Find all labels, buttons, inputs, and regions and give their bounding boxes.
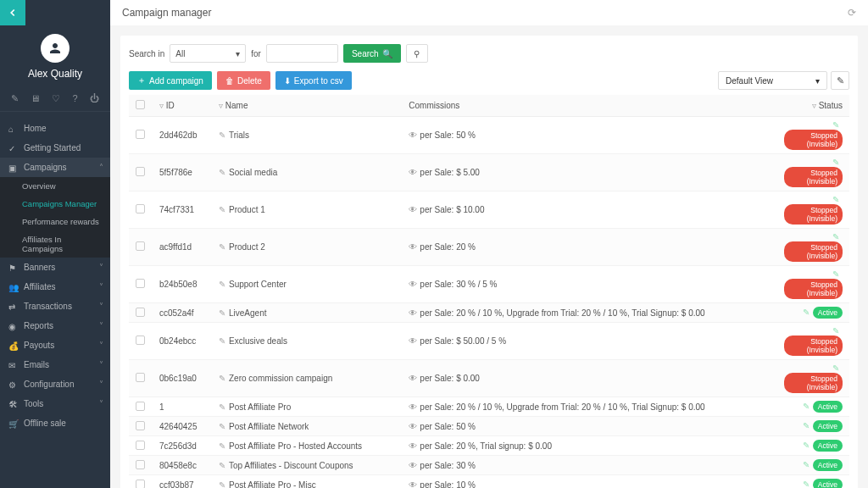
add-campaign-button[interactable]: ＋Add campaign <box>129 71 212 90</box>
pencil-icon[interactable]: ✎ <box>803 421 810 430</box>
pencil-icon[interactable]: ✎ <box>803 402 810 411</box>
view-select[interactable]: Default View▾ <box>718 71 827 90</box>
pencil-icon[interactable]: ✎ <box>803 308 810 317</box>
table-row[interactable]: cc052a4f✎LiveAgent👁per Sale: 20 % / 10 %… <box>129 303 849 323</box>
select-all-checkbox[interactable] <box>136 100 145 109</box>
row-checkbox[interactable] <box>136 130 145 139</box>
eye-icon: 👁 <box>409 280 417 289</box>
nav-item[interactable]: ⇄Transactions˅ <box>0 297 110 316</box>
row-checkbox[interactable] <box>136 308 145 317</box>
nav-subitem[interactable]: Overview <box>0 177 110 195</box>
cell-id: cc052a4f <box>153 303 212 323</box>
nav-item[interactable]: ✉Emails˅ <box>0 355 110 374</box>
pencil-icon[interactable]: ✎ <box>832 232 839 241</box>
help-icon[interactable]: ? <box>72 93 77 104</box>
table-row[interactable]: 0b6c19a0✎Zero commission campaign👁per Sa… <box>129 360 849 397</box>
desktop-icon[interactable]: 🖥 <box>31 93 40 104</box>
table-row[interactable]: 5f5f786e✎Social media👁per Sale: $ 5.00✎S… <box>129 154 849 191</box>
table-row[interactable]: 1✎Post Affiliate Pro👁per Sale: 20 % / 10… <box>129 397 849 417</box>
row-checkbox[interactable] <box>136 421 145 430</box>
nav-item[interactable]: ⚑Banners˅ <box>0 258 110 277</box>
row-checkbox[interactable] <box>136 402 145 411</box>
nav-item[interactable]: 🛠Tools˅ <box>0 394 110 413</box>
row-checkbox[interactable] <box>136 241 145 251</box>
table-row[interactable]: 0b24ebcc✎Exclusive deals👁per Sale: $ 50.… <box>129 323 849 360</box>
search-input[interactable] <box>266 44 338 63</box>
nav-item[interactable]: ▣Campaigns˄ <box>0 158 110 177</box>
cell-commissions: per Sale: 20 % <box>420 242 476 252</box>
search-button[interactable]: Search🔍 <box>343 44 401 63</box>
edit-view-button[interactable]: ✎ <box>831 71 849 90</box>
pencil-icon[interactable]: ✎ <box>219 280 225 289</box>
pencil-icon[interactable]: ✎ <box>219 374 225 383</box>
table-row[interactable]: 42640425✎Post Affiliate Network👁per Sale… <box>129 417 849 436</box>
page-title: Campaign manager <box>122 7 211 19</box>
avatar[interactable] <box>41 34 70 63</box>
pencil-icon[interactable]: ✎ <box>219 402 225 412</box>
table-row[interactable]: ccf03b87✎Post Affiliate Pro - Misc👁per S… <box>129 475 849 489</box>
nav-item[interactable]: ⚙Configuration˅ <box>0 374 110 394</box>
pencil-icon[interactable]: ✎ <box>219 242 225 252</box>
nav-icon: ✉ <box>8 361 17 369</box>
table-row[interactable]: 2dd462db✎Trials👁per Sale: 50 %✎Stopped (… <box>129 117 849 154</box>
edit-icon[interactable]: ✎ <box>11 93 19 104</box>
row-checkbox[interactable] <box>136 279 145 288</box>
row-checkbox[interactable] <box>136 480 145 489</box>
export-csv-button[interactable]: ⬇Export to csv <box>275 71 352 90</box>
pencil-icon[interactable]: ✎ <box>832 363 839 373</box>
refresh-icon[interactable]: ⟳ <box>848 7 856 19</box>
cell-name: Post Affiliate Pro - Hosted Accounts <box>229 441 362 451</box>
pencil-icon[interactable]: ✎ <box>803 460 810 469</box>
col-id[interactable]: ID <box>166 101 175 110</box>
row-checkbox[interactable] <box>136 373 145 382</box>
col-commissions[interactable]: Commissions <box>409 101 459 110</box>
row-checkbox[interactable] <box>136 204 145 214</box>
pencil-icon[interactable]: ✎ <box>219 168 225 177</box>
nav-item[interactable]: ◉Reports˅ <box>0 316 110 336</box>
nav-item[interactable]: ✓Getting Started <box>0 138 110 158</box>
nav-icon: 💰 <box>8 341 17 350</box>
nav-subitem[interactable]: Affiliates In Campaigns <box>0 230 110 258</box>
search-in-label: Search in <box>129 49 164 58</box>
pencil-icon[interactable]: ✎ <box>832 120 839 130</box>
search-in-select[interactable]: All▾ <box>170 44 246 63</box>
nav-subitem[interactable]: Campaigns Manager <box>0 195 110 213</box>
table-row[interactable]: 74cf7331✎Product 1👁per Sale: $ 10.00✎Sto… <box>129 191 849 229</box>
row-checkbox[interactable] <box>136 441 145 450</box>
pencil-icon[interactable]: ✎ <box>832 326 839 336</box>
table-row[interactable]: ac9ffd1d✎Product 2👁per Sale: 20 %✎Stoppe… <box>129 229 849 266</box>
filter-button[interactable]: ⚲ <box>406 44 428 63</box>
status-badge: Stopped (Invisible) <box>784 241 843 262</box>
nav-item[interactable]: ⌂Home <box>0 119 110 138</box>
pencil-icon[interactable]: ✎ <box>803 441 810 450</box>
pencil-icon[interactable]: ✎ <box>219 441 225 451</box>
pencil-icon[interactable]: ✎ <box>803 480 810 488</box>
pencil-icon[interactable]: ✎ <box>219 461 225 470</box>
table-row[interactable]: b24b50e8✎Support Center👁per Sale: 30 % /… <box>129 266 849 303</box>
pencil-icon[interactable]: ✎ <box>219 308 225 318</box>
col-status[interactable]: Status <box>819 101 843 110</box>
pencil-icon[interactable]: ✎ <box>832 269 839 279</box>
table-row[interactable]: 7c256d3d✎Post Affiliate Pro - Hosted Acc… <box>129 436 849 456</box>
cell-id: b24b50e8 <box>153 266 212 303</box>
nav-item[interactable]: 👥Affiliates˅ <box>0 277 110 297</box>
pencil-icon[interactable]: ✎ <box>832 195 839 204</box>
pencil-icon[interactable]: ✎ <box>219 480 225 489</box>
row-checkbox[interactable] <box>136 460 145 469</box>
delete-button[interactable]: 🗑Delete <box>217 71 270 90</box>
nav-item[interactable]: 🛒Offline sale <box>0 413 110 433</box>
pencil-icon[interactable]: ✎ <box>832 158 839 167</box>
back-button[interactable] <box>0 0 25 25</box>
pencil-icon[interactable]: ✎ <box>219 130 225 140</box>
pencil-icon[interactable]: ✎ <box>219 205 225 214</box>
col-name[interactable]: Name <box>225 101 248 110</box>
nav-subitem[interactable]: Performance rewards <box>0 213 110 230</box>
row-checkbox[interactable] <box>136 336 145 345</box>
pencil-icon[interactable]: ✎ <box>219 336 225 346</box>
table-row[interactable]: 80458e8c✎Top Affiliates - Discount Coupo… <box>129 456 849 475</box>
pencil-icon[interactable]: ✎ <box>219 422 225 431</box>
heart-icon[interactable]: ♡ <box>52 93 60 104</box>
row-checkbox[interactable] <box>136 167 145 176</box>
nav-item[interactable]: 💰Payouts˅ <box>0 336 110 355</box>
power-icon[interactable]: ⏻ <box>90 93 99 104</box>
